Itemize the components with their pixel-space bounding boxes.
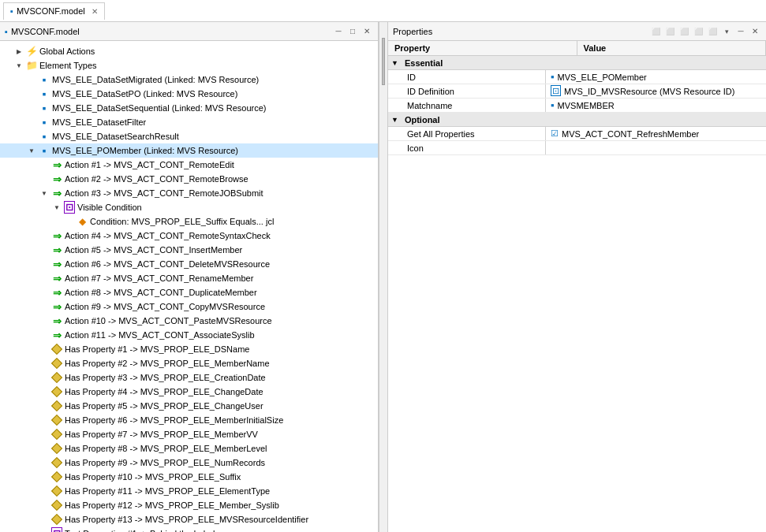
property-row[interactable]: Matchname▪MVSMEMBER xyxy=(388,99,766,113)
right-panel-btn2[interactable]: ⬜ xyxy=(663,25,676,38)
tree-item[interactable]: ▶⚡Global Actions xyxy=(0,44,378,58)
tree-expand-icon[interactable] xyxy=(25,87,38,100)
tree-expand-icon[interactable] xyxy=(38,499,50,512)
tree-expand-icon[interactable] xyxy=(63,215,76,228)
tree-expand-icon[interactable] xyxy=(38,272,50,285)
property-row[interactable]: ID Definition⊡MVS_ID_MVSResource (MVS Re… xyxy=(388,84,766,99)
tree-item[interactable]: ▪MVS_ELE_DataSetPO (Linked: MVS Resource… xyxy=(0,87,378,101)
property-row[interactable]: Icon xyxy=(388,141,766,155)
tree-item[interactable]: Has Property #1 -> MVS_PROP_ELE_DSName xyxy=(0,342,378,356)
tree-item[interactable]: Has Property #13 -> MVS_PROP_ELE_MVSReso… xyxy=(0,512,378,526)
tree-expand-icon[interactable] xyxy=(38,414,50,426)
right-panel-dropdown-button[interactable]: ▾ xyxy=(720,25,733,38)
tree-item[interactable]: ▼⇒Action #3 -> MVS_ACT_CONT_RemoteJOBSub… xyxy=(0,186,378,200)
tree-item[interactable]: Has Property #11 -> MVS_PROP_ELE_Element… xyxy=(0,484,378,498)
tree-expand-icon[interactable] xyxy=(38,329,50,341)
properties-container[interactable]: ▼EssentialID▪MVS_ELE_POMemberID Definiti… xyxy=(388,56,766,532)
tree-expand-icon[interactable] xyxy=(38,371,50,384)
tree-expand-icon[interactable] xyxy=(38,385,50,398)
tree-item[interactable]: Has Property #2 -> MVS_PROP_ELE_MemberNa… xyxy=(0,356,378,370)
tree-item[interactable]: ▼▪MVS_ELE_POMember (Linked: MVS Resource… xyxy=(0,143,378,158)
tree-expand-icon[interactable]: ▼ xyxy=(38,527,50,532)
right-panel-btn3[interactable]: ⬜ xyxy=(678,25,690,38)
tree-expand-icon[interactable]: ▼ xyxy=(25,144,38,157)
tree-item[interactable]: ▪MVS_ELE_DatasetSearchResult xyxy=(0,129,378,143)
property-row[interactable]: Get All Properties☑MVS_ACT_CONT_RefreshM… xyxy=(388,127,766,141)
tree-item[interactable]: Has Property #7 -> MVS_PROP_ELE_MemberVV xyxy=(0,427,378,441)
tree-expand-icon[interactable] xyxy=(38,286,50,299)
tree-item[interactable]: ▪MVS_ELE_DataSetSequential (Linked: MVS … xyxy=(0,101,378,115)
tree-expand-icon[interactable] xyxy=(38,357,50,370)
section-expand-icon[interactable]: ▼ xyxy=(388,59,402,67)
right-panel-close-button[interactable]: ✕ xyxy=(749,25,761,38)
tab-close-button[interactable]: ✕ xyxy=(92,7,98,16)
tree-item[interactable]: ▼📁Element Types xyxy=(0,58,378,73)
tree-expand-icon[interactable] xyxy=(38,471,50,483)
tree-item[interactable]: ▪MVS_ELE_DataSetMigrated (Linked: MVS Re… xyxy=(0,73,378,87)
left-panel-maximize-button[interactable]: □ xyxy=(346,25,359,38)
tree-expand-icon[interactable]: ▼ xyxy=(50,201,63,214)
tree-item[interactable]: ▼⊡Text Decoration #1 -> Behind the Label xyxy=(0,526,378,532)
tree-item-label: Has Property #11 -> MVS_PROP_ELE_Element… xyxy=(65,486,270,496)
tree-item[interactable]: ⇒Action #7 -> MVS_ACT_CONT_RenameMember xyxy=(0,271,378,285)
tree-item[interactable]: ⇒Action #8 -> MVS_ACT_CONT_DuplicateMemb… xyxy=(0,285,378,299)
tree-expand-icon[interactable] xyxy=(38,158,50,171)
tree-item[interactable]: Has Property #12 -> MVS_PROP_ELE_Member_… xyxy=(0,498,378,512)
tree-item[interactable]: ⇒Action #2 -> MVS_ACT_CONT_RemoteBrowse xyxy=(0,172,378,186)
tree-item[interactable]: ▼⊡Visible Condition xyxy=(0,200,378,214)
tree-expand-icon[interactable] xyxy=(25,73,38,86)
tree-item[interactable]: Has Property #6 -> MVS_PROP_ELE_MemberIn… xyxy=(0,413,378,427)
tree-expand-icon[interactable] xyxy=(38,314,50,327)
property-section-header[interactable]: ▼Essential xyxy=(388,56,766,70)
tree-item[interactable]: Has Property #4 -> MVS_PROP_ELE_ChangeDa… xyxy=(0,385,378,399)
tree-expand-icon[interactable] xyxy=(38,442,50,455)
right-panel-btn1[interactable]: ⬜ xyxy=(649,25,662,38)
tree-expand-icon[interactable] xyxy=(25,116,38,128)
right-panel-btn5[interactable]: ⬜ xyxy=(706,25,719,38)
left-panel-icon: ▪ xyxy=(5,27,8,36)
tree-expand-icon[interactable] xyxy=(38,343,50,355)
tree-expand-icon[interactable] xyxy=(38,300,50,313)
section-expand-icon[interactable]: ▼ xyxy=(388,116,402,124)
tree-item[interactable]: ⇒Action #5 -> MVS_ACT_CONT_InsertMember xyxy=(0,243,378,257)
editor-tab[interactable]: ▪ MVSCONF.model ✕ xyxy=(3,2,105,20)
tree-expand-icon[interactable] xyxy=(38,513,50,526)
tree-container[interactable]: ▶⚡Global Actions▼📁Element Types▪MVS_ELE_… xyxy=(0,41,378,532)
tree-expand-icon[interactable] xyxy=(38,258,50,270)
tree-expand-icon[interactable]: ▶ xyxy=(13,45,25,58)
tree-expand-icon[interactable] xyxy=(38,428,50,441)
right-panel-minimize-button[interactable]: ─ xyxy=(734,25,747,38)
tree-node-icon: ⇒ xyxy=(50,229,63,242)
tree-item[interactable]: Has Property #5 -> MVS_PROP_ELE_ChangeUs… xyxy=(0,399,378,413)
tree-expand-icon[interactable] xyxy=(38,229,50,242)
tree-item[interactable]: ⇒Action #1 -> MVS_ACT_CONT_RemoteEdit xyxy=(0,158,378,172)
tree-expand-icon[interactable]: ▼ xyxy=(38,187,50,199)
property-row[interactable]: ID▪MVS_ELE_POMember xyxy=(388,70,766,84)
tree-expand-icon[interactable] xyxy=(38,456,50,469)
tree-expand-icon[interactable] xyxy=(38,400,50,412)
tree-item[interactable]: ⇒Action #11 -> MVS_ACT_CONT_AssociateSys… xyxy=(0,328,378,342)
tree-expand-icon[interactable]: ▼ xyxy=(13,59,25,72)
left-panel-scrollbar[interactable] xyxy=(379,22,388,532)
tree-expand-icon[interactable] xyxy=(38,173,50,185)
tree-expand-icon[interactable] xyxy=(25,102,38,114)
left-panel-close-button[interactable]: ✕ xyxy=(361,25,373,38)
tree-expand-icon[interactable] xyxy=(38,244,50,256)
right-panel-btn4[interactable]: ⬜ xyxy=(692,25,704,38)
tree-item[interactable]: ⇒Action #4 -> MVS_ACT_CONT_RemoteSyntaxC… xyxy=(0,229,378,243)
tree-item[interactable]: Has Property #3 -> MVS_PROP_ELE_Creation… xyxy=(0,370,378,385)
tree-item[interactable]: ▪MVS_ELE_DatasetFilter xyxy=(0,115,378,129)
tree-expand-icon[interactable] xyxy=(25,130,38,143)
tree-item[interactable]: ⇒Action #10 -> MVS_ACT_CONT_PasteMVSReso… xyxy=(0,314,378,328)
tree-item-label: Element Types xyxy=(39,61,97,70)
tree-item[interactable]: ◆Condition: MVS_PROP_ELE_Suffix Equals..… xyxy=(0,214,378,229)
tree-item[interactable]: Has Property #10 -> MVS_PROP_ELE_Suffix xyxy=(0,470,378,484)
tree-item[interactable]: ⇒Action #9 -> MVS_ACT_CONT_CopyMVSResour… xyxy=(0,299,378,314)
tree-item[interactable]: Has Property #8 -> MVS_PROP_ELE_MemberLe… xyxy=(0,441,378,456)
left-panel-minimize-button[interactable]: ─ xyxy=(332,25,345,38)
tree-item[interactable]: Has Property #9 -> MVS_PROP_ELE_NumRecor… xyxy=(0,456,378,470)
property-value-icon: ▪ xyxy=(551,71,555,83)
tree-item[interactable]: ⇒Action #6 -> MVS_ACT_CONT_DeleteMVSReso… xyxy=(0,257,378,271)
tree-expand-icon[interactable] xyxy=(38,485,50,497)
property-section-header[interactable]: ▼Optional xyxy=(388,113,766,127)
